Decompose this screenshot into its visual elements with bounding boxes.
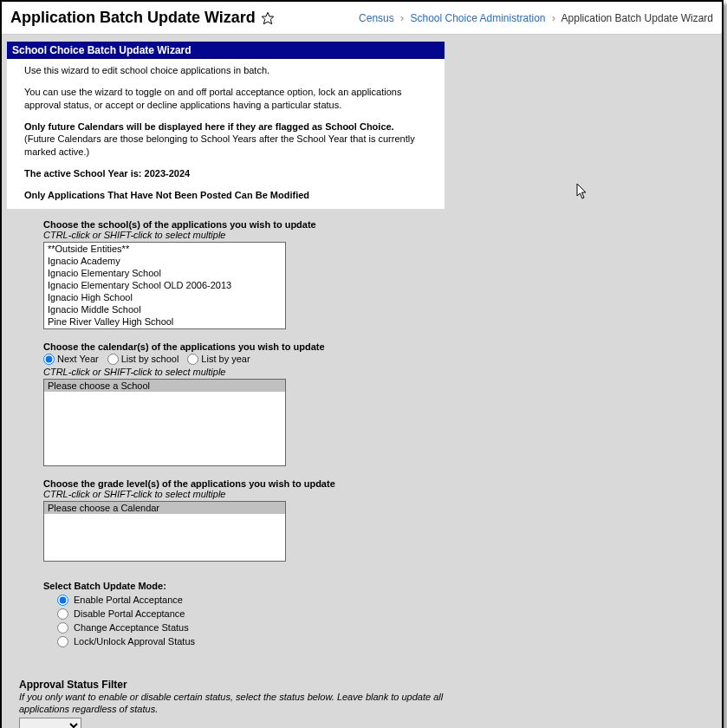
schools-hint: CTRL-click or SHIFT-click to select mult…	[43, 230, 418, 240]
filter-hint: If you only want to enable or disable ce…	[19, 691, 452, 716]
calendars-group: Choose the calendar(s) of the applicatio…	[43, 341, 418, 466]
intro-p4: The active School Year is: 2023-2024	[24, 167, 427, 180]
grades-placeholder: Please choose a Calendar	[44, 502, 285, 514]
page-header: Application Batch Update Wizard Census ›…	[2, 2, 722, 35]
breadcrumb-school-choice-admin[interactable]: School Choice Administration	[410, 12, 545, 24]
calendars-label: Choose the calendar(s) of the applicatio…	[43, 341, 418, 352]
schools-group: Choose the school(s) of the applications…	[43, 219, 418, 329]
schools-label: Choose the school(s) of the applications…	[43, 219, 418, 230]
calendar-mode-radios: Next Year List by school List by year	[43, 354, 418, 365]
school-option[interactable]: Ignacio Elementary School	[44, 267, 285, 279]
intro-p3-bold: Only future Calendars will be displayed …	[24, 121, 394, 132]
calendars-list[interactable]: Please choose a School	[43, 379, 286, 466]
mode-radios: Enable Portal Acceptance Disable Portal …	[57, 595, 418, 647]
school-option[interactable]: Ignacio Elementary School OLD 2006-2013	[44, 279, 285, 291]
radio-disable-portal[interactable]: Disable Portal Acceptance	[57, 608, 418, 620]
cursor-icon	[576, 183, 590, 200]
breadcrumb-census[interactable]: Census	[359, 12, 394, 24]
intro-p1: Use this wizard to edit school choice ap…	[24, 64, 427, 77]
page-title: Application Batch Update Wizard	[10, 9, 275, 27]
section-title: School Choice Batch Update Wizard	[7, 42, 445, 59]
calendars-hint: CTRL-click or SHIFT-click to select mult…	[43, 367, 418, 377]
radio-change-status-input[interactable]	[57, 622, 68, 634]
calendars-placeholder: Please choose a School	[44, 380, 285, 392]
radio-enable-portal[interactable]: Enable Portal Acceptance	[57, 595, 418, 606]
radio-list-by-year-input[interactable]	[187, 354, 198, 365]
radio-enable-portal-input[interactable]	[57, 595, 68, 606]
radio-next-year[interactable]: Next Year	[43, 354, 99, 365]
radio-next-year-input[interactable]	[43, 354, 55, 365]
status-filter-select[interactable]	[19, 718, 81, 728]
radio-disable-portal-input[interactable]	[57, 608, 68, 620]
favorite-star-icon[interactable]	[261, 11, 275, 25]
breadcrumb: Census › School Choice Administration › …	[359, 12, 713, 24]
grades-label: Choose the grade level(s) of the applica…	[43, 478, 418, 489]
intro-p2: You can use the wizard to toggle on and …	[24, 86, 427, 112]
page-title-text: Application Batch Update Wizard	[10, 9, 256, 27]
chevron-right-icon: ›	[552, 12, 555, 24]
school-option[interactable]: Ignacio Middle School	[44, 303, 285, 315]
school-option[interactable]: **Outside Entities**	[44, 243, 285, 255]
radio-lock-unlock-input[interactable]	[57, 636, 68, 647]
radio-list-by-year[interactable]: List by year	[187, 354, 250, 365]
radio-list-by-school-input[interactable]	[107, 354, 119, 365]
radio-change-status[interactable]: Change Acceptance Status	[57, 622, 418, 634]
chevron-right-icon: ›	[400, 12, 404, 24]
intro-p5: Only Applications That Have Not Been Pos…	[24, 189, 427, 202]
breadcrumb-current: Application Batch Update Wizard	[561, 12, 713, 24]
radio-list-by-school[interactable]: List by school	[107, 354, 179, 365]
intro-p3-rest: (Future Calendars are those belonging to…	[24, 133, 415, 157]
mode-group: Select Batch Update Mode: Enable Portal …	[43, 581, 418, 647]
schools-list[interactable]: **Outside Entities**Ignacio AcademyIgnac…	[43, 242, 286, 329]
school-option[interactable]: Ignacio Academy	[44, 255, 285, 267]
intro-box: Use this wizard to edit school choice ap…	[7, 59, 445, 209]
filter-section: Approval Status Filter If you only want …	[2, 660, 722, 728]
grades-group: Choose the grade level(s) of the applica…	[43, 478, 418, 562]
grades-list[interactable]: Please choose a Calendar	[43, 501, 286, 562]
radio-lock-unlock[interactable]: Lock/Unlock Approval Status	[57, 636, 418, 647]
mode-label: Select Batch Update Mode:	[43, 581, 418, 591]
school-option[interactable]: Pine River Valley High School	[44, 315, 285, 328]
filter-heading: Approval Status Filter	[19, 679, 722, 691]
school-option[interactable]: Ignacio High School	[44, 291, 285, 303]
grades-hint: CTRL-click or SHIFT-click to select mult…	[43, 489, 418, 499]
svg-marker-0	[262, 12, 273, 23]
intro-p3: Only future Calendars will be displayed …	[24, 120, 427, 159]
